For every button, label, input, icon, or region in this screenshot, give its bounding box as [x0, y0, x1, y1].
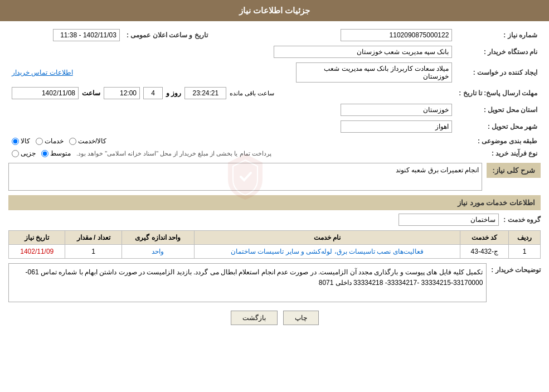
content-area: شماره نیاز : 1102090875000122 تاریخ و سا…: [0, 21, 549, 339]
group-khadamat-label: گروه خدمت :: [503, 216, 541, 224]
col-kod: کد خدمت: [460, 231, 509, 245]
description-text: تکمیل کلیه فایل های پیوست و بارگذاری مجد…: [26, 268, 483, 287]
radio-khadamat[interactable]: [36, 138, 43, 145]
description-label: توضیحات خریدار :: [491, 263, 541, 274]
radio-kala[interactable]: [12, 138, 19, 145]
now-farayand-row: جزیی متوسط پرداخت تمام یا بخشی از مبلغ خ…: [8, 147, 455, 159]
info-table-top: شماره نیاز : 1102090875000122 تاریخ و سا…: [8, 27, 541, 159]
saat-box: 12:00: [104, 87, 140, 99]
services-section-title: اطلاعات خدمات مورد نیاز: [8, 195, 541, 210]
tarifbandi-label: طبقه بندی موضوعی :: [455, 135, 541, 147]
nam-dastgah-box: بانک سپه مدیریت شعب خوزستان: [274, 46, 452, 58]
farayand-note: پرداخت تمام یا بخشی از مبلغ خریدار از مح…: [76, 150, 271, 157]
page-title: جزئیات اطلاعات نیاز: [0, 0, 549, 21]
sharh-text: انجام تعمیرات برق شعبه کنوند: [396, 166, 479, 174]
desc-section: توضیحات خریدار : تکمیل کلیه فایل های پیو…: [8, 263, 541, 302]
now-farayand-label: نوع فرآیند خرید :: [455, 147, 541, 159]
ostan-label: استان محل تحویل :: [455, 101, 541, 118]
bottom-buttons: چاپ بازگشت: [8, 311, 541, 325]
tarifbandi-radio-group: کالا خدمات کالا/خدمت: [12, 137, 452, 145]
cell-tarikh: 1402/11/09: [9, 245, 65, 259]
farayand-row: جزیی متوسط پرداخت تمام یا بخشی از مبلغ خ…: [12, 149, 452, 157]
nam-dastgah-value: بانک سپه مدیریت شعب خوزستان: [8, 43, 455, 60]
bazgasht-button[interactable]: بازگشت: [231, 311, 278, 325]
mohlat-ersal-row: 1402/11/08 ساعت 12:00 4 روز و 23:24:21 س…: [8, 85, 455, 101]
ostan-value: خوزستان: [8, 101, 455, 118]
shomare-niaz-label: شماره نیاز :: [455, 27, 541, 43]
ijad-konande-box: میلاد سعادت کاربرداز بانک سپه مدیریت شعب…: [296, 62, 452, 83]
radio-khadamat-item: خدمات: [36, 137, 64, 145]
tarifbandi-radio: کالا خدمات کالا/خدمت: [8, 135, 455, 147]
col-tarikh: تاریخ نیاز: [9, 231, 65, 245]
radio-kala-khadamat-label: کالا/خدمت: [78, 137, 106, 145]
shahr-box: اهواز: [341, 120, 452, 133]
col-nam: نام خدمت: [194, 231, 460, 245]
col-tedad: تعداد / مقدار: [65, 231, 122, 245]
ijad-konande-label: ایجاد کننده در خواست :: [455, 60, 541, 85]
radio-jozee-item: جزیی: [12, 149, 36, 157]
countdown-box: 23:24:21: [184, 87, 226, 99]
baqi-mande-label: ساعت باقی مانده: [230, 90, 274, 97]
table-row: 1 ج-432-43 فعالیت‌های نصب تاسیسات برق، ل…: [9, 245, 541, 259]
shahr-value: اهواز: [8, 118, 455, 135]
shahr-label: شهر محل تحویل :: [455, 118, 541, 135]
radio-jozee[interactable]: [12, 150, 19, 157]
date-row: 1402/11/08 ساعت 12:00 4 روز و 23:24:21 س…: [12, 87, 452, 99]
page-wrapper: جزئیات اطلاعات نیاز شماره نیاز : 1102090…: [0, 0, 549, 392]
cell-nam: فعالیت‌های نصب تاسیسات برق، لوله‌کشی و س…: [194, 245, 460, 259]
services-table: ردیف کد خدمت نام خدمت واحد اندازه گیری ت…: [8, 230, 541, 259]
saat-label: ساعت: [82, 89, 100, 97]
radio-khadamat-label: خدمات: [45, 137, 64, 145]
roz-box: 4: [143, 87, 163, 99]
radio-motavassit-label: متوسط: [50, 149, 71, 157]
va-roz-label: روز و: [166, 89, 181, 97]
radio-kala-khadamat-item: کالا/خدمت: [69, 137, 106, 145]
tarikh-aalan-box: 1402/11/03 - 11:38: [53, 29, 120, 41]
radio-kala-item: کالا: [12, 137, 30, 145]
cell-radif: 1: [509, 245, 541, 259]
sharh-label: شرح کلی نیاز:: [487, 163, 541, 178]
radio-motavassit-item: متوسط: [41, 149, 71, 157]
shomare-niaz-value: 1102090875000122: [228, 27, 456, 43]
sharh-box: انجام تعمیرات برق شعبه کنوند: [8, 163, 482, 191]
tarikh-aalan-label: تاریخ و ساعت اعلان عمومی :: [123, 27, 211, 43]
nam-dastgah-label: نام دستگاه خریدار :: [455, 43, 541, 60]
ostan-box: خوزستان: [341, 104, 452, 116]
shomare-niaz-box: 1102090875000122: [341, 29, 452, 41]
cell-vahed: واحد: [122, 245, 194, 259]
col-vahed: واحد اندازه گیری: [122, 231, 194, 245]
date-box: 1402/11/08: [12, 87, 79, 99]
radio-jozee-label: جزیی: [21, 149, 36, 157]
chap-button[interactable]: چاپ: [283, 311, 319, 325]
radio-kala-label: کالا: [21, 137, 30, 145]
mohlat-ersal-label: مهلت ارسال پاسخ: تا تاریخ :: [455, 85, 541, 101]
ittilaat-tamas-link[interactable]: اطلاعات تماس خریدار: [12, 69, 73, 76]
group-khadamat-box: ساختمان: [399, 214, 499, 226]
tarikh-aalan-value: 1402/11/03 - 11:38: [8, 27, 123, 43]
cell-tedad: 1: [65, 245, 122, 259]
description-box: تکمیل کلیه فایل های پیوست و بارگذاری مجد…: [8, 263, 487, 302]
col-radif: ردیف: [509, 231, 541, 245]
group-service-row: گروه خدمت : ساختمان: [8, 214, 541, 226]
radio-motavassit[interactable]: [41, 150, 48, 157]
cell-kod: ج-432-43: [460, 245, 509, 259]
sharh-section: شرح کلی نیاز: انجام تعمیرات برق شعبه کنو…: [8, 163, 541, 191]
ijad-konande-value: میلاد سعادت کاربرداز بانک سپه مدیریت شعب…: [211, 60, 456, 85]
radio-kala-khadamat[interactable]: [69, 138, 76, 145]
